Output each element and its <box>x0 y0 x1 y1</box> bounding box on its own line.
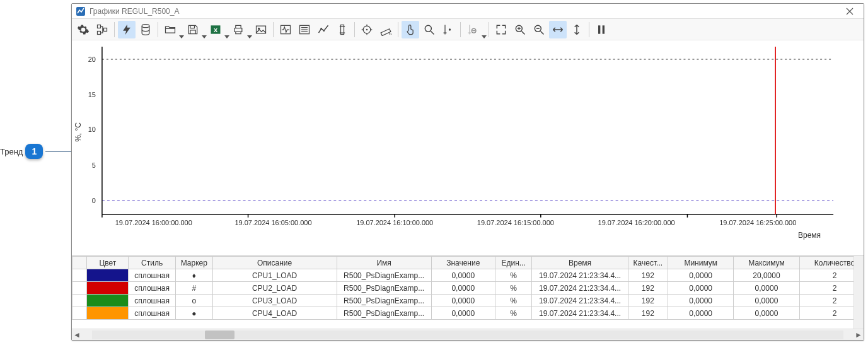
eraser-icon[interactable] <box>464 21 485 38</box>
y-axis-icon[interactable] <box>439 21 457 38</box>
cell-count: 2 <box>799 295 854 307</box>
col-header[interactable]: Цвет <box>87 257 129 269</box>
ytick: 15 <box>88 91 96 98</box>
expand-icon[interactable] <box>492 21 510 38</box>
ytick: 5 <box>92 161 96 169</box>
print-icon[interactable] <box>229 21 251 38</box>
titlebar: Графики REGUL_R500_A <box>72 4 864 19</box>
svg-rect-3 <box>104 28 107 31</box>
col-header[interactable]: Количество <box>799 257 854 269</box>
col-header[interactable] <box>72 257 87 269</box>
cell-desc: CPU3_LOAD <box>212 295 337 307</box>
cell-count: 2 <box>799 282 854 295</box>
col-header[interactable]: Стиль <box>129 257 176 269</box>
touch-icon[interactable] <box>402 21 419 38</box>
scroll-left-icon[interactable]: ◄ <box>72 330 82 340</box>
trend-window: Графики REGUL_R500_A X EU <box>71 3 864 341</box>
cell-unit: % <box>495 295 532 307</box>
col-header[interactable]: Описание <box>212 257 337 269</box>
gear-icon[interactable] <box>74 21 92 38</box>
cell-quality: 192 <box>628 307 668 320</box>
vertical-scrollbar[interactable] <box>854 256 864 329</box>
row-handle[interactable] <box>72 295 87 307</box>
pulse-icon[interactable] <box>277 21 294 38</box>
ruler-icon[interactable]: EU <box>377 21 395 38</box>
toolbar-separator <box>589 22 589 37</box>
xtick: 19.07.2024 16:05:00.000 <box>234 219 311 226</box>
cell-marker: ● <box>175 307 212 320</box>
cell-quality: 192 <box>628 295 668 307</box>
image-icon[interactable] <box>252 21 270 38</box>
close-button[interactable] <box>840 4 860 18</box>
trend-icon[interactable] <box>315 21 332 38</box>
cell-max: 20,0000 <box>734 269 799 282</box>
scroll-h-icon[interactable] <box>549 21 567 38</box>
scroll-v-icon[interactable] <box>568 21 586 38</box>
cell-style: сплошная <box>129 295 176 307</box>
cell-marker: o <box>175 295 212 307</box>
horizontal-scrollbar[interactable]: ◄ ► <box>72 329 864 340</box>
cell-min: 0,0000 <box>668 269 734 282</box>
chart-area[interactable]: 20 15 10 5 0 <box>72 40 864 255</box>
table-row[interactable]: сплошная●CPU4_LOADR500_PsDiagnExamp...0,… <box>72 307 854 320</box>
toolbar-separator <box>398 22 398 37</box>
cell-time: 19.07.2024 21:23:34.4... <box>532 269 628 282</box>
col-header[interactable]: Маркер <box>175 257 212 269</box>
cell-time: 19.07.2024 21:23:34.4... <box>532 282 628 295</box>
svg-point-11 <box>320 28 322 30</box>
lightning-icon[interactable] <box>118 21 136 38</box>
callout-line <box>45 151 74 152</box>
svg-point-15 <box>366 28 368 30</box>
col-header[interactable]: Время <box>532 257 628 269</box>
col-header[interactable]: Качест... <box>628 257 668 269</box>
save-icon[interactable] <box>184 21 205 38</box>
cell-unit: % <box>495 282 532 295</box>
col-header[interactable]: Максимум <box>734 257 799 269</box>
callout-number: 1 <box>25 144 43 159</box>
table-row[interactable]: сплошная#CPU2_LOADR500_PsDiagnExamp...0,… <box>72 282 854 295</box>
col-header[interactable]: Имя <box>337 257 431 269</box>
row-handle[interactable] <box>72 307 87 320</box>
cell-value: 0,0000 <box>431 269 495 282</box>
zoom-in-icon[interactable] <box>511 21 529 38</box>
cell-value: 0,0000 <box>431 295 495 307</box>
color-swatch[interactable] <box>87 307 129 320</box>
list-icon[interactable] <box>296 21 313 38</box>
cell-quality: 192 <box>628 282 668 295</box>
cell-min: 0,0000 <box>668 295 734 307</box>
range-icon[interactable] <box>333 21 351 38</box>
scroll-right-icon[interactable]: ► <box>854 330 864 340</box>
col-header[interactable]: Значение <box>431 257 495 269</box>
zoom-out-icon[interactable] <box>530 21 548 38</box>
cell-style: сплошная <box>129 307 176 320</box>
pause-icon[interactable] <box>593 21 610 38</box>
excel-icon[interactable]: X <box>207 21 228 38</box>
table-row[interactable]: сплошная♦CPU1_LOADR500_PsDiagnExamp...0,… <box>72 269 854 282</box>
table-row[interactable]: сплошнаяoCPU3_LOADR500_PsDiagnExamp...0,… <box>72 295 854 307</box>
col-header[interactable]: Минимум <box>668 257 734 269</box>
database-icon[interactable] <box>137 21 154 38</box>
x-axis-label: Время <box>798 231 821 240</box>
color-swatch[interactable] <box>87 269 129 282</box>
scroll-thumb[interactable] <box>205 330 235 339</box>
tree-collapse-icon[interactable] <box>93 21 111 38</box>
svg-point-12 <box>323 30 325 32</box>
folder-open-icon[interactable] <box>161 21 183 38</box>
ytick: 10 <box>88 126 96 133</box>
row-handle[interactable] <box>72 282 87 295</box>
series-table[interactable]: Цвет Стиль Маркер Описание Имя Значение … <box>72 256 854 329</box>
color-swatch[interactable] <box>87 295 129 307</box>
cell-style: сплошная <box>129 282 176 295</box>
color-swatch[interactable] <box>87 282 129 295</box>
target-icon[interactable] <box>358 21 376 38</box>
cell-value: 0,0000 <box>431 282 495 295</box>
cell-unit: % <box>495 269 532 282</box>
callout-label: Тренд <box>0 147 23 156</box>
row-handle[interactable] <box>72 269 87 282</box>
cell-style: сплошная <box>129 269 176 282</box>
cell-max: 0,0000 <box>734 307 799 320</box>
svg-rect-23 <box>598 25 600 33</box>
magnify-icon[interactable] <box>420 21 438 38</box>
toolbar-separator <box>114 22 115 37</box>
col-header[interactable]: Един... <box>495 257 532 269</box>
